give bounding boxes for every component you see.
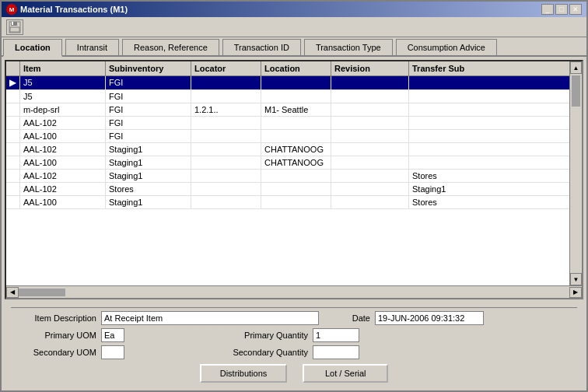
cell-transfer-sub [409,156,479,169]
cell-item: AAL-102 [20,170,106,182]
row-indicator [6,90,20,103]
cell-locator [191,76,261,89]
cell-subinventory: FGI [106,90,191,103]
cell-revision [331,117,409,129]
tab-intransit[interactable]: Intransit [65,39,119,55]
cell-location [261,76,331,89]
horizontal-scrollbar[interactable]: ◀ ▶ [6,285,582,298]
cell-revision [331,156,409,169]
date-label: Date [339,313,370,323]
cell-location [261,117,331,129]
cell-locator [191,143,261,156]
main-window: M Material Transactions (M1) _ □ ✕ Locat… [0,0,588,392]
title-bar: M Material Transactions (M1) _ □ ✕ [2,2,586,17]
cell-revision [331,183,409,195]
cell-item: J5 [20,90,106,103]
cell-revision [331,103,409,116]
cell-revision [331,143,409,156]
table-row[interactable]: AAL-102Staging1Stores [6,170,569,183]
table-row[interactable]: AAL-100Staging1Stores [6,196,569,209]
cell-revision [331,170,409,182]
cell-location [261,196,331,208]
th-locator: Locator [191,61,261,75]
tab-transaction-id[interactable]: Transaction ID [222,39,301,55]
primary-uom-row: Primary UOM Primary Quantity [11,328,577,342]
svg-rect-3 [10,27,19,32]
table-row[interactable]: AAL-100FGI [6,130,569,143]
primary-uom-input[interactable] [101,328,124,342]
cell-transfer-sub [409,76,479,89]
table-row[interactable]: AAL-102StoresStaging1 [6,183,569,196]
row-indicator [6,130,20,142]
secondary-uom-input[interactable] [101,345,124,359]
secondary-uom-label: Secondary UOM [11,348,96,357]
scroll-thumb[interactable] [572,75,580,107]
tab-location[interactable]: Location [3,39,62,57]
row-indicator: ▶ [6,76,20,89]
tab-consumption-advice[interactable]: Consumption Advice [396,39,497,55]
tabs-row: Location Intransit Reason, Reference Tra… [2,37,586,57]
bottom-panel: Item Description Date Primary UOM Primar… [5,299,583,387]
distributions-button[interactable]: Distributions [200,364,288,383]
th-revision: Revision [331,61,409,75]
table-row[interactable]: J5FGI [6,90,569,103]
table-container: Item Subinventory Locator Location Revis… [5,60,583,299]
tab-reason-reference[interactable]: Reason, Reference [122,39,219,55]
close-button[interactable]: ✕ [569,4,582,15]
cell-transfer-sub [409,117,479,129]
item-description-input[interactable] [101,311,319,325]
table-row[interactable]: AAL-102Staging1CHATTANOOG [6,143,569,156]
scroll-up-button[interactable]: ▲ [570,61,582,74]
th-subinventory: Subinventory [106,61,191,75]
item-description-label: Item Description [11,313,96,323]
cell-location [261,130,331,142]
tab-transaction-type[interactable]: Transaction Type [304,39,393,55]
primary-uom-label: Primary UOM [11,331,96,340]
scroll-right-button[interactable]: ▶ [569,287,582,298]
th-indicator [6,61,20,75]
save-button[interactable] [6,19,23,35]
cell-item: AAL-102 [20,183,106,195]
cell-item: AAL-100 [20,130,106,142]
maximize-button[interactable]: □ [555,4,568,15]
lot-serial-button[interactable]: Lot / Serial [303,364,388,383]
date-input[interactable] [375,311,484,325]
cell-locator: 1.2.1.. [191,103,261,116]
cell-location [261,90,331,103]
cell-item: AAL-102 [20,143,106,156]
table-row[interactable]: m-dep-srlFGI1.2.1..M1- Seattle [6,103,569,117]
cell-location: CHATTANOOG [261,156,331,169]
action-buttons-row: Distributions Lot / Serial [11,364,577,383]
table-row[interactable]: AAL-100Staging1CHATTANOOG [6,156,569,170]
cell-subinventory: Staging1 [106,156,191,169]
cell-revision [331,76,409,89]
secondary-uom-row: Secondary UOM Secondary Quantity [11,345,577,359]
window-title: Material Transactions (M1) [20,5,128,14]
table-row[interactable]: ▶J5FGI [6,76,569,90]
cell-item: AAL-100 [20,196,106,208]
title-bar-left: M Material Transactions (M1) [6,4,128,15]
cell-transfer-sub [409,130,479,142]
cell-revision [331,90,409,103]
vertical-scrollbar[interactable]: ▲ ▼ [569,61,582,285]
cell-transfer-sub: Staging1 [409,183,479,195]
row-indicator [6,156,20,169]
horiz-scroll-thumb[interactable] [19,289,65,296]
cell-subinventory: Staging1 [106,143,191,156]
cell-item: J5 [20,76,106,89]
scroll-down-button[interactable]: ▼ [570,273,582,285]
primary-quantity-input[interactable] [313,328,359,342]
svg-rect-2 [12,22,13,25]
cell-location [261,183,331,195]
cell-subinventory: FGI [106,117,191,129]
cell-locator [191,117,261,129]
row-indicator [6,103,20,116]
cell-revision [331,196,409,208]
scroll-left-button[interactable]: ◀ [6,287,19,298]
cell-transfer-sub: Stores [409,170,479,182]
toolbar [2,17,586,37]
cell-transfer-sub [409,90,479,103]
minimize-button[interactable]: _ [541,4,554,15]
secondary-quantity-input[interactable] [313,345,359,359]
table-row[interactable]: AAL-102FGI [6,117,569,130]
